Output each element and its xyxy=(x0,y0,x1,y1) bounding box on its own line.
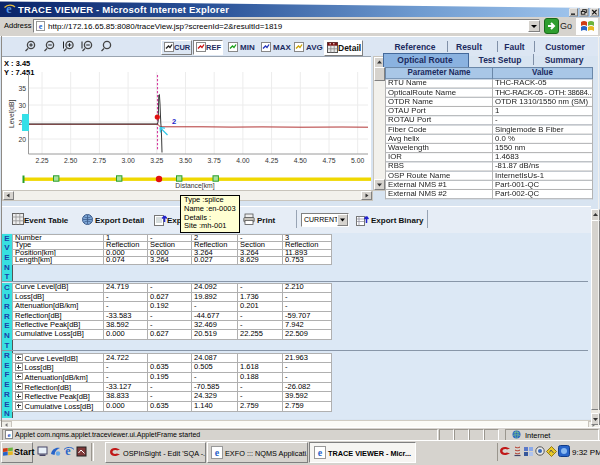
svg-text:2.50: 2.50 xyxy=(64,157,77,164)
svg-text:e: e xyxy=(65,445,71,457)
svg-text:Y : 7.451: Y : 7.451 xyxy=(4,68,34,77)
svg-text:2: 2 xyxy=(172,117,176,126)
svg-text:e: e xyxy=(7,431,10,439)
svg-text:4.25: 4.25 xyxy=(265,157,278,164)
svg-text:e: e xyxy=(39,21,43,30)
svg-text:Level[dB]: Level[dB] xyxy=(8,100,16,128)
svg-text:3.25: 3.25 xyxy=(150,157,163,164)
svg-text:X : 3.45: X : 3.45 xyxy=(4,59,30,68)
svg-text:3.00: 3.00 xyxy=(121,157,134,164)
svg-text:Distance[km]: Distance[km] xyxy=(175,182,214,190)
svg-text:4.75: 4.75 xyxy=(322,157,335,164)
svg-text:4.50: 4.50 xyxy=(294,157,307,164)
svg-text:5.00: 5.00 xyxy=(351,157,364,164)
svg-text:30: 30 xyxy=(18,102,26,109)
svg-text:35: 35 xyxy=(18,85,26,92)
svg-text:2.75: 2.75 xyxy=(93,157,106,164)
svg-text:e: e xyxy=(318,447,323,458)
svg-text:3.75: 3.75 xyxy=(208,157,221,164)
svg-text:2.25: 2.25 xyxy=(35,157,48,164)
svg-text:3.50: 3.50 xyxy=(179,157,192,164)
svg-text:20: 20 xyxy=(18,136,26,143)
svg-text:4.00: 4.00 xyxy=(236,157,249,164)
svg-text:e: e xyxy=(6,2,12,15)
svg-text:e: e xyxy=(215,447,220,458)
